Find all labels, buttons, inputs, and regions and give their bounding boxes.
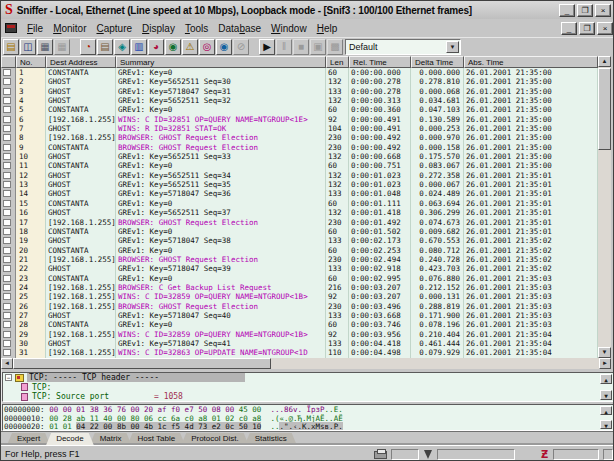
table-vertical-scrollbar[interactable]: ▲ ▼ — [598, 56, 611, 358]
table-row[interactable]: 5 CONSTANTA GREv1: Key=0 60 0:00:00.360 … — [1, 105, 598, 114]
decode-header-line[interactable]: − TCP: ----- TCP header ----- — [3, 373, 613, 383]
row-select-cell[interactable] — [1, 264, 16, 273]
column-header[interactable]: Len — [326, 56, 349, 68]
row-select-cell[interactable] — [1, 199, 16, 208]
scroll-down-icon[interactable]: ▼ — [598, 347, 611, 358]
row-checkbox[interactable] — [3, 134, 11, 141]
row-select-cell[interactable] — [1, 274, 16, 283]
table-row[interactable]: 23 CONSTANTA GREv1: Key=0 60 0:00:02.995… — [1, 274, 598, 283]
expert-button[interactable]: ◎ — [199, 39, 215, 55]
decode-sub-line[interactable]: TCP: — [21, 383, 613, 393]
table-row[interactable]: 6 [192.168.1.255] WINS: C ID=32851 OP=QU… — [1, 115, 598, 124]
row-checkbox[interactable] — [3, 275, 11, 282]
hex-row[interactable]: 00000020: 01 01 04 22 00 8b 00 4b 1c f5 … — [3, 423, 613, 431]
row-select-cell[interactable] — [1, 124, 16, 133]
row-checkbox[interactable] — [3, 190, 11, 197]
stop-and-display-button[interactable]: ▣ — [310, 39, 326, 55]
row-checkbox[interactable] — [3, 172, 11, 179]
row-checkbox[interactable] — [3, 265, 11, 272]
row-checkbox[interactable] — [3, 116, 11, 123]
mdi-restore-button[interactable]: ❐ — [579, 22, 595, 35]
table-row[interactable]: 26 [192.168.1.255] BROWSER: GHOST Reques… — [1, 302, 598, 311]
mdi-minimize-button[interactable]: _ — [561, 22, 577, 35]
view-tab[interactable]: Expert — [7, 433, 50, 445]
menu-item[interactable]: Monitor — [48, 21, 91, 36]
global-statistics-button[interactable]: ◉ — [165, 39, 181, 55]
menu-item[interactable]: Tools — [180, 21, 213, 36]
table-row[interactable]: 8 [192.168.1.255] BROWSER: GHOST Request… — [1, 133, 598, 142]
row-checkbox[interactable] — [3, 162, 11, 169]
menu-item[interactable]: Help — [312, 21, 343, 36]
alarm-log-button[interactable]: ⚠ — [182, 39, 198, 55]
close-button[interactable]: × — [595, 4, 611, 17]
view-tab[interactable]: Matrix — [90, 433, 132, 445]
row-select-cell[interactable] — [1, 246, 16, 255]
chevron-down-icon[interactable]: ▼ — [446, 41, 459, 53]
row-select-cell[interactable] — [1, 236, 16, 245]
table-row[interactable]: 17 [192.168.1.255] BROWSER: GHOST Reques… — [1, 218, 598, 227]
row-checkbox[interactable] — [3, 219, 11, 226]
mdi-close-button[interactable]: × — [597, 22, 613, 35]
web-button[interactable]: ◉ — [216, 39, 232, 55]
row-select-cell[interactable] — [1, 68, 16, 77]
view-tab[interactable]: Statistics — [245, 433, 297, 445]
table-horizontal-scrollbar[interactable]: ◄ ► — [1, 358, 611, 369]
hex-scroll-down-icon[interactable]: ▼ — [600, 420, 612, 429]
row-select-cell[interactable] — [1, 218, 16, 227]
protocol-pie-button[interactable]: ◕ — [148, 39, 164, 55]
table-row[interactable]: 24 [192.168.1.255] BROWSER: C Get Backup… — [1, 283, 598, 292]
table-row[interactable]: 4 GHOST GREv1: Key=5652511 Seq=32 132 0:… — [1, 96, 598, 105]
stop-capture-button[interactable]: ■ — [293, 39, 309, 55]
view-tab[interactable]: Host Table — [127, 433, 185, 445]
table-row[interactable]: 2 GHOST GREv1: Key=5652511 Seq=30 132 0:… — [1, 77, 598, 86]
row-checkbox[interactable] — [3, 106, 11, 113]
column-header[interactable] — [1, 56, 16, 68]
row-checkbox[interactable] — [3, 293, 11, 300]
row-checkbox[interactable] — [3, 349, 11, 356]
row-select-cell[interactable] — [1, 339, 16, 348]
table-row[interactable]: 1 CONSTANTA GREv1: Key=0 60 0:00:00.000 … — [1, 68, 598, 77]
row-select-cell[interactable] — [1, 283, 16, 292]
column-header[interactable]: Abs. Time — [464, 56, 598, 68]
row-checkbox[interactable] — [3, 340, 11, 347]
row-checkbox[interactable] — [3, 247, 11, 254]
minimize-button[interactable]: _ — [559, 4, 575, 17]
row-checkbox[interactable] — [3, 181, 11, 188]
save-button[interactable]: ◫ — [20, 39, 36, 55]
row-select-cell[interactable] — [1, 189, 16, 198]
print-button[interactable]: ▦ — [37, 39, 53, 55]
row-checkbox[interactable] — [3, 312, 11, 319]
scroll-up-icon[interactable]: ▲ — [598, 56, 611, 67]
row-select-cell[interactable] — [1, 330, 16, 339]
mdi-document-icon[interactable] — [5, 23, 17, 33]
row-checkbox[interactable] — [3, 228, 11, 235]
row-select-cell[interactable] — [1, 171, 16, 180]
restore-button[interactable]: ❐ — [577, 4, 593, 17]
row-select-cell[interactable] — [1, 143, 16, 152]
row-checkbox[interactable] — [3, 284, 11, 291]
matrix-button[interactable]: ◈ — [114, 39, 130, 55]
view-tab[interactable]: Protocol Dist. — [181, 433, 249, 445]
column-header[interactable]: Delta Time — [411, 56, 464, 68]
row-checkbox[interactable] — [3, 200, 11, 207]
row-checkbox[interactable] — [3, 321, 11, 328]
row-select-cell[interactable] — [1, 152, 16, 161]
table-row[interactable]: 15 CONSTANTA GREv1: Key=0 60 0:00:01.111… — [1, 199, 598, 208]
history-button[interactable]: ⊘ — [233, 39, 249, 55]
print-preview-button[interactable]: ▦ — [54, 39, 70, 55]
table-row[interactable]: 13 GHOST GREv1: Key=5652511 Seq=35 132 0… — [1, 180, 598, 189]
row-checkbox[interactable] — [3, 125, 11, 132]
table-row[interactable]: 14 GHOST GREv1: Key=5718047 Seq=36 133 0… — [1, 189, 598, 198]
row-checkbox[interactable] — [3, 78, 11, 85]
view-tab[interactable]: Decode — [46, 433, 94, 445]
row-select-cell[interactable] — [1, 348, 16, 357]
row-checkbox[interactable] — [3, 69, 11, 76]
detail-table-button[interactable]: ▥ — [131, 39, 147, 55]
table-row[interactable]: 3 GHOST GREv1: Key=5718047 Seq=31 133 0:… — [1, 87, 598, 96]
menu-item[interactable]: Capture — [91, 21, 137, 36]
row-select-cell[interactable] — [1, 96, 16, 105]
pause-capture-button[interactable]: ‖ — [276, 39, 292, 55]
menu-item[interactable]: Window — [266, 21, 312, 36]
row-select-cell[interactable] — [1, 180, 16, 189]
row-checkbox[interactable] — [3, 153, 11, 160]
